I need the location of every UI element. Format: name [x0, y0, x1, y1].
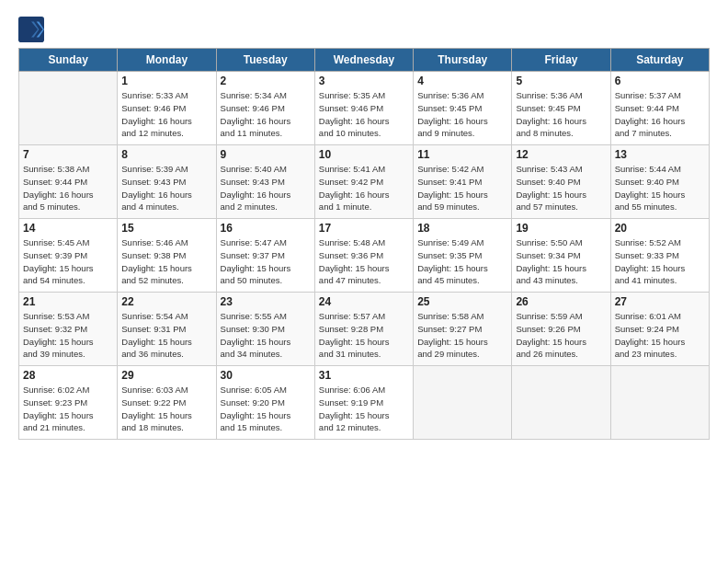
calendar-cell: 9Sunrise: 5:40 AMSunset: 9:43 PMDaylight…: [216, 145, 314, 219]
cell-info: and 55 minutes.: [615, 201, 705, 213]
cell-info: Daylight: 15 hours: [615, 336, 705, 349]
cell-info: Daylight: 15 hours: [221, 336, 311, 349]
day-number: 17: [319, 222, 409, 235]
cell-info: Sunset: 9:22 PM: [121, 396, 211, 409]
cell-info: Sunset: 9:44 PM: [23, 176, 113, 189]
cell-info: Sunset: 9:26 PM: [516, 323, 606, 336]
cell-info: and 43 minutes.: [516, 274, 606, 287]
cell-info: Sunrise: 5:33 AM: [121, 89, 211, 102]
calendar-cell: 4Sunrise: 5:36 AMSunset: 9:45 PMDaylight…: [414, 72, 512, 145]
week-row-2: 7Sunrise: 5:38 AMSunset: 9:44 PMDaylight…: [19, 145, 710, 219]
day-number: 12: [516, 148, 606, 161]
cell-info: Sunset: 9:46 PM: [319, 102, 409, 115]
calendar-table: SundayMondayTuesdayWednesdayThursdayFrid…: [18, 48, 710, 440]
cell-info: Sunset: 9:44 PM: [615, 102, 705, 115]
calendar-cell: 22Sunrise: 5:54 AMSunset: 9:31 PMDayligh…: [118, 293, 216, 366]
calendar-cell: 21Sunrise: 5:53 AMSunset: 9:32 PMDayligh…: [19, 293, 118, 366]
cell-info: Daylight: 15 hours: [23, 262, 113, 275]
day-header-tuesday: Tuesday: [216, 49, 314, 72]
cell-info: and 21 minutes.: [23, 421, 113, 434]
cell-info: Sunset: 9:35 PM: [417, 249, 507, 262]
cell-info: Daylight: 15 hours: [121, 409, 211, 422]
cell-info: Daylight: 16 hours: [221, 115, 311, 128]
cell-info: Sunset: 9:19 PM: [319, 396, 409, 409]
day-number: 29: [121, 369, 211, 382]
day-header-friday: Friday: [512, 49, 610, 72]
cell-info: Sunrise: 6:02 AM: [23, 384, 113, 396]
cell-info: Daylight: 15 hours: [615, 262, 705, 275]
cell-info: and 54 minutes.: [23, 274, 113, 287]
cell-info: Daylight: 15 hours: [23, 409, 113, 422]
cell-info: Daylight: 16 hours: [516, 115, 606, 128]
cell-info: Daylight: 15 hours: [221, 409, 311, 422]
calendar-cell: 11Sunrise: 5:42 AMSunset: 9:41 PMDayligh…: [414, 145, 512, 219]
calendar-cell: 31Sunrise: 6:06 AMSunset: 9:19 PMDayligh…: [314, 366, 413, 440]
calendar-cell: 12Sunrise: 5:43 AMSunset: 9:40 PMDayligh…: [512, 145, 610, 219]
calendar-cell: 13Sunrise: 5:44 AMSunset: 9:40 PMDayligh…: [610, 145, 709, 219]
cell-info: Sunset: 9:43 PM: [221, 176, 311, 189]
cell-info: Sunrise: 5:59 AM: [516, 310, 606, 323]
cell-info: Sunrise: 5:34 AM: [221, 89, 311, 102]
cell-info: Sunrise: 5:58 AM: [417, 310, 507, 323]
day-number: 24: [319, 295, 409, 308]
cell-info: and 23 minutes.: [615, 348, 705, 361]
cell-info: Sunset: 9:20 PM: [221, 396, 311, 409]
cell-info: Sunrise: 5:45 AM: [23, 236, 113, 249]
day-number: 21: [23, 295, 113, 308]
logo-icon: [18, 17, 44, 42]
cell-info: Sunrise: 5:47 AM: [221, 236, 311, 249]
cell-info: Sunset: 9:33 PM: [615, 249, 705, 262]
day-number: 4: [417, 75, 507, 87]
day-number: 5: [516, 75, 606, 87]
calendar-cell: 23Sunrise: 5:55 AMSunset: 9:30 PMDayligh…: [216, 293, 314, 366]
calendar-cell: 1Sunrise: 5:33 AMSunset: 9:46 PMDaylight…: [118, 72, 216, 145]
cell-info: Sunrise: 5:39 AM: [121, 163, 211, 176]
cell-info: Sunrise: 6:03 AM: [121, 384, 211, 396]
cell-info: and 4 minutes.: [121, 201, 211, 213]
logo: [18, 17, 48, 42]
day-number: 10: [319, 148, 409, 161]
day-number: 14: [23, 222, 113, 235]
cell-info: and 5 minutes.: [23, 201, 113, 213]
week-row-4: 21Sunrise: 5:53 AMSunset: 9:32 PMDayligh…: [19, 293, 710, 366]
cell-info: Sunrise: 6:06 AM: [319, 384, 409, 396]
cell-info: Daylight: 16 hours: [615, 115, 705, 128]
cell-info: and 2 minutes.: [221, 201, 311, 213]
cell-info: Daylight: 15 hours: [121, 262, 211, 275]
cell-info: and 26 minutes.: [516, 348, 606, 361]
cell-info: Sunrise: 5:46 AM: [121, 236, 211, 249]
cell-info: and 41 minutes.: [615, 274, 705, 287]
day-header-saturday: Saturday: [610, 49, 709, 72]
cell-info: Sunset: 9:27 PM: [417, 323, 507, 336]
cell-info: Daylight: 16 hours: [417, 115, 507, 128]
day-number: 6: [615, 75, 705, 87]
cell-info: Daylight: 15 hours: [516, 336, 606, 349]
cell-info: Daylight: 15 hours: [23, 336, 113, 349]
day-number: 18: [417, 222, 507, 235]
cell-info: Sunset: 9:30 PM: [221, 323, 311, 336]
calendar-cell: 30Sunrise: 6:05 AMSunset: 9:20 PMDayligh…: [216, 366, 314, 440]
cell-info: Sunrise: 5:41 AM: [319, 163, 409, 176]
cell-info: Sunrise: 5:42 AM: [417, 163, 507, 176]
calendar-cell: 20Sunrise: 5:52 AMSunset: 9:33 PMDayligh…: [610, 219, 709, 293]
cell-info: Sunset: 9:41 PM: [417, 176, 507, 189]
cell-info: Sunset: 9:43 PM: [121, 176, 211, 189]
cell-info: and 9 minutes.: [417, 127, 507, 140]
calendar-cell: 3Sunrise: 5:35 AMSunset: 9:46 PMDaylight…: [314, 72, 413, 145]
day-number: 7: [23, 148, 113, 161]
cell-info: Daylight: 15 hours: [615, 189, 705, 201]
cell-info: and 11 minutes.: [221, 127, 311, 140]
cell-info: Daylight: 15 hours: [319, 336, 409, 349]
cell-info: Sunset: 9:24 PM: [615, 323, 705, 336]
cell-info: and 12 minutes.: [319, 421, 409, 434]
cell-info: and 50 minutes.: [221, 274, 311, 287]
calendar-cell: [19, 72, 118, 145]
calendar-cell: 2Sunrise: 5:34 AMSunset: 9:46 PMDaylight…: [216, 72, 314, 145]
cell-info: Daylight: 15 hours: [417, 336, 507, 349]
page: SundayMondayTuesdayWednesdayThursdayFrid…: [0, 0, 728, 449]
calendar-cell: 6Sunrise: 5:37 AMSunset: 9:44 PMDaylight…: [610, 72, 709, 145]
cell-info: Sunset: 9:45 PM: [516, 102, 606, 115]
day-number: 1: [121, 75, 211, 87]
cell-info: and 36 minutes.: [121, 348, 211, 361]
cell-info: Sunset: 9:46 PM: [121, 102, 211, 115]
